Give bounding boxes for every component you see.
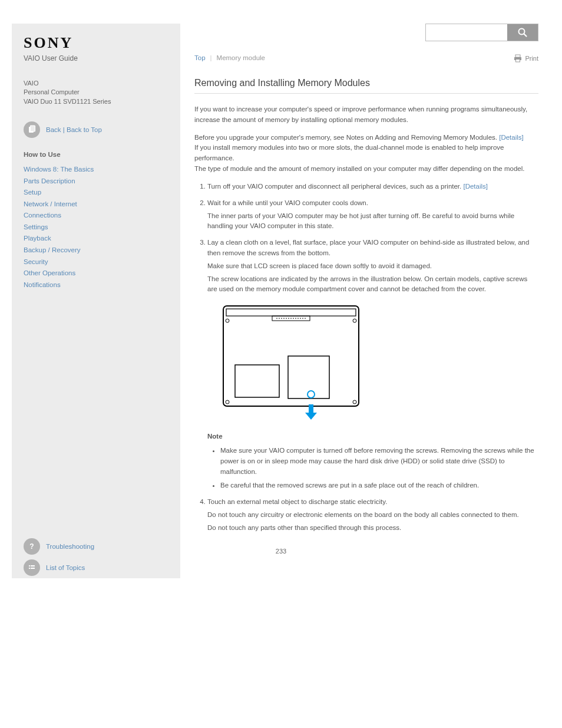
svg-rect-9 [515,55,520,57]
breadcrumb-top[interactable]: Top [194,54,206,61]
svg-point-20 [226,319,229,322]
svg-point-18 [226,400,229,404]
search-icon [517,27,528,38]
back-icon [24,121,40,138]
sidebar-item[interactable]: Settings [24,222,168,233]
step-item: Turn off your VAIO computer and disconne… [207,182,538,192]
note-item: Be careful that the removed screws are p… [220,480,538,491]
device-model: VAIO Duo 11 SVD1121 Series [24,97,168,106]
page-title: Removing and Installing Memory Modules [194,78,538,88]
note-heading: Note [207,431,538,442]
sidebar-item[interactable]: Security [24,256,168,268]
troubleshooting-link[interactable]: Troubleshooting [46,543,94,550]
sidebar-item[interactable]: Other Operations [24,268,168,279]
search-button[interactable] [507,24,538,41]
main-content: Top|Memory module Print Removing and Ins… [194,24,550,533]
device-pc: Personal Computer [24,88,168,97]
sidebar-item[interactable]: Setup [24,187,168,199]
topics-link[interactable]: List of Topics [46,564,85,571]
note-item: Make sure your VAIO computer is turned o… [220,446,538,477]
search-input[interactable] [426,24,507,41]
before-text: Before you upgrade your computer's memor… [194,133,538,174]
brand-logo: SONY [24,34,168,52]
troubleshooting-row[interactable]: ? Troubleshooting [24,538,168,555]
back-row[interactable]: Back | Back to Top [24,121,168,138]
steps-list: Turn off your VAIO computer and disconne… [207,182,538,533]
svg-point-19 [353,400,356,404]
sidebar-item[interactable]: Network / Internet [24,199,168,210]
details-link[interactable]: [Details] [499,134,524,141]
svg-line-8 [524,34,526,36]
sidebar-item[interactable]: Parts Description [24,176,168,187]
intro-text: If you want to increase your computer's … [194,104,538,126]
svg-text:?: ? [29,542,34,551]
svg-point-22 [308,391,315,398]
breadcrumb-current: Memory module [217,54,265,61]
illustration [220,303,538,421]
notes-list: Make sure your VAIO computer is turned o… [220,446,538,491]
search-box [425,24,538,41]
back-link[interactable]: Back | Back to Top [46,126,102,133]
print-button[interactable]: Print [514,54,538,62]
sidebar: SONY VAIO User Guide VAIO Personal Compu… [12,24,180,578]
sidebar-item[interactable]: Windows 8: The Basics [24,164,168,176]
step-item: Lay a clean cloth on a level, flat surfa… [207,238,538,491]
print-icon [514,54,522,62]
list-icon [24,559,40,576]
sidebar-item[interactable]: Playback [24,233,168,245]
category-list: Windows 8: The Basics Parts Description … [24,164,168,291]
step-item: Touch an external metal object to discha… [207,497,538,533]
device-vaio: VAIO [24,79,168,88]
sidebar-item[interactable]: Backup / Recovery [24,245,168,256]
step-item: Wait for a while until your VAIO compute… [207,198,538,232]
guide-title: VAIO User Guide [24,54,168,62]
how-to-use-title: How to Use [24,151,168,158]
svg-rect-3 [29,565,30,566]
details-link[interactable]: [Details] [463,183,488,190]
svg-rect-16 [235,365,279,397]
svg-rect-11 [516,60,520,62]
svg-rect-5 [29,568,30,569]
topics-row[interactable]: List of Topics [24,559,168,576]
svg-rect-1 [31,126,35,131]
divider [194,93,538,94]
svg-point-21 [353,319,356,322]
sidebar-item[interactable]: Connections [24,210,168,222]
svg-rect-13 [226,309,356,316]
svg-rect-6 [31,568,35,569]
question-icon: ? [24,538,40,555]
breadcrumb: Top|Memory module [194,54,538,61]
sidebar-item[interactable]: Notifications [24,279,168,291]
svg-rect-4 [31,565,35,566]
